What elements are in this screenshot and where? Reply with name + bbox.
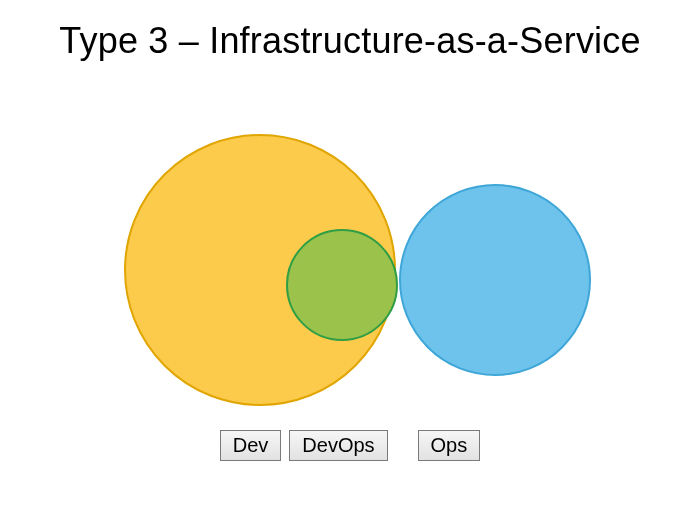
legend-devops: DevOps [289, 430, 387, 461]
ops-circle [400, 185, 590, 375]
legend-dev: Dev [220, 430, 282, 461]
devops-circle [287, 230, 397, 340]
legend-ops: Ops [418, 430, 481, 461]
legend: Dev DevOps Ops [0, 430, 700, 461]
slide: Type 3 – Infrastructure-as-a-Service Dev… [0, 0, 700, 525]
